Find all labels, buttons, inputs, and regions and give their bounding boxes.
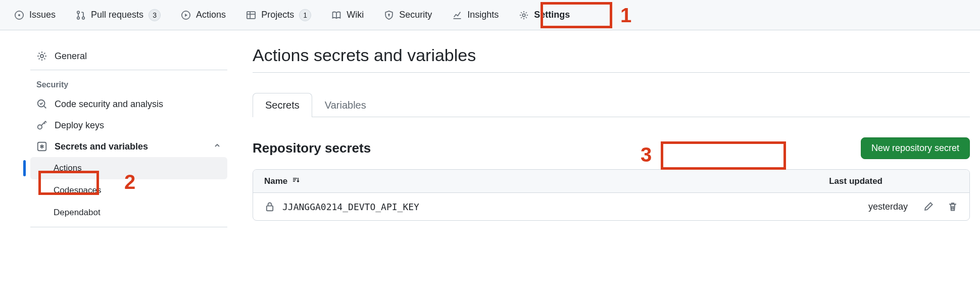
column-last-updated[interactable]: Last updated <box>829 176 883 186</box>
sidebar-item-deploy-keys[interactable]: Deploy keys <box>30 115 227 136</box>
tab-label: Wiki <box>347 10 364 20</box>
sidebar-item-general[interactable]: General <box>30 45 227 67</box>
svg-rect-13 <box>267 206 273 211</box>
svg-point-4 <box>82 17 85 19</box>
tab-label: Secrets <box>265 100 300 111</box>
tab-label: Pull requests <box>91 10 143 20</box>
button-label: New repository secret <box>871 143 959 153</box>
tab-actions[interactable]: Actions <box>172 5 235 25</box>
sidebar-item-label: Code security and analysis <box>55 99 163 110</box>
sidebar-sub-actions[interactable]: Actions <box>30 157 227 179</box>
sort-icon <box>291 176 300 186</box>
tab-label: Security <box>399 10 432 20</box>
page-title: Actions secrets and variables <box>253 45 970 73</box>
table-header: Name Last updated <box>253 170 969 193</box>
tab-settings[interactable]: Settings <box>510 5 579 25</box>
tab-label: Actions <box>196 10 226 20</box>
svg-point-8 <box>522 14 525 17</box>
sidebar-item-secrets-vars[interactable]: Secrets and variables <box>30 136 227 157</box>
codescan-icon <box>36 98 47 110</box>
tab-label: Issues <box>29 10 56 20</box>
svg-point-10 <box>38 100 45 107</box>
sidebar-sub-codespaces[interactable]: Codespaces <box>30 179 227 202</box>
repo-tabs: Issues Pull requests 3 Actions Projects … <box>0 0 980 30</box>
sidebar-heading-security: Security <box>30 70 227 93</box>
svg-point-9 <box>40 55 43 58</box>
projects-count-badge: 1 <box>299 9 311 21</box>
column-label: Name <box>264 176 287 186</box>
new-repository-secret-button[interactable]: New repository secret <box>861 137 970 159</box>
chevron-down-icon <box>213 141 221 152</box>
tab-pull-requests[interactable]: Pull requests 3 <box>67 4 170 26</box>
table-icon <box>246 10 256 20</box>
tab-insights[interactable]: Insights <box>443 5 508 25</box>
tab-variables[interactable]: Variables <box>312 93 379 117</box>
tab-issues[interactable]: Issues <box>5 5 65 25</box>
tab-security[interactable]: Security <box>375 5 441 25</box>
tab-label: Insights <box>467 10 499 20</box>
svg-point-3 <box>77 17 80 19</box>
graph-icon <box>452 10 462 20</box>
svg-point-2 <box>77 11 80 14</box>
sidebar-item-label: General <box>55 51 87 62</box>
play-icon <box>181 10 191 20</box>
key-asterisk-icon <box>36 141 47 152</box>
pr-count-badge: 3 <box>149 9 161 21</box>
sidebar-sub-dependabot[interactable]: Dependabot <box>30 202 227 224</box>
sidebar-item-code-security[interactable]: Code security and analysis <box>30 93 227 115</box>
svg-point-7 <box>388 14 389 15</box>
table-row: JJANGGA0214_DEVTO_API_KEY yesterday <box>253 193 969 220</box>
tab-label: Settings <box>534 10 570 20</box>
sidebar-item-label: Secrets and variables <box>55 141 148 152</box>
tab-projects[interactable]: Projects 1 <box>237 4 320 26</box>
issue-opened-icon <box>14 10 24 20</box>
sidebar-item-label: Actions <box>54 163 82 173</box>
tab-secrets[interactable]: Secrets <box>253 93 312 117</box>
git-pull-request-icon <box>76 10 86 20</box>
gear-icon <box>519 10 529 20</box>
gear-icon <box>36 51 47 62</box>
svg-point-11 <box>38 125 42 129</box>
key-icon <box>36 120 47 131</box>
sidebar-item-label: Codespaces <box>54 185 102 195</box>
svg-point-1 <box>18 14 20 16</box>
divider <box>30 227 227 227</box>
secrets-vars-tabs: Secrets Variables <box>253 93 970 117</box>
svg-rect-6 <box>247 12 255 19</box>
secret-updated: yesterday <box>868 202 908 212</box>
settings-sidebar: General Security Code security and analy… <box>0 45 237 227</box>
tab-wiki[interactable]: Wiki <box>322 5 373 25</box>
tab-label: Projects <box>261 10 294 20</box>
tab-label: Variables <box>325 100 366 111</box>
sidebar-item-label: Dependabot <box>54 208 101 218</box>
lock-icon <box>264 201 275 212</box>
sidebar-item-label: Deploy keys <box>55 120 104 131</box>
repository-secrets-table: Name Last updated JJANGGA0214_DEVTO_API_… <box>253 169 970 221</box>
edit-secret-button[interactable] <box>923 201 934 212</box>
secret-name: JJANGGA0214_DEVTO_API_KEY <box>282 202 419 212</box>
shield-icon <box>384 10 394 20</box>
delete-secret-button[interactable] <box>947 201 958 212</box>
main-content: Actions secrets and variables Secrets Va… <box>237 45 980 227</box>
column-name[interactable]: Name <box>264 176 300 186</box>
book-icon <box>331 10 341 20</box>
section-title: Repository secrets <box>253 140 371 156</box>
